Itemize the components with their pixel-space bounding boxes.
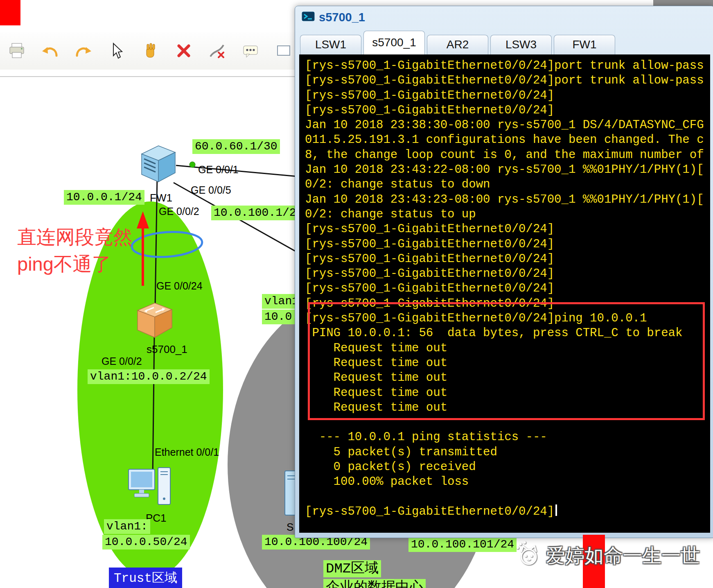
console-line: [rys-s5700_1-GigabitEthernet0/0/24] [305,88,710,103]
device-server-name-partial: S [287,521,293,534]
rectangle-icon[interactable] [273,39,295,62]
watermark: 爱婷如命一生一世 [515,541,700,570]
console-line: 0/2: change status to down [305,177,710,192]
console-line: [rys-s5700_1-GigabitEthernet0/0/24] [305,504,710,519]
terminal-titlebar[interactable]: s5700_1 [295,6,713,28]
terminal-window-title: s5700_1 [319,11,365,24]
annotation-text-line1: 直连网段竟然 [17,224,133,250]
port-up-indicator [190,162,195,167]
console-line: 011.5.25.191.3.1 configurations have bee… [305,133,710,147]
label-port-ge005: GE 0/0/5 [191,184,231,196]
device-fw1-name: FW1 [150,192,172,204]
text-cursor [555,504,557,516]
console-line: 0/2: change status to up [305,207,710,222]
screenshot-root: 60.0.60.1/30 GE 0/0/1 10.0.0.1/24 FW1 GE… [0,0,713,588]
console-output[interactable]: [rys-s5700_1-GigabitEthernet0/0/24]port … [299,54,710,533]
console-line: Request time out [305,400,710,415]
terminal-tabs: LSW1s5700_1AR2LSW3FW1 [295,28,713,54]
console-line: Request time out [305,356,710,371]
label-pc1-ip: 10.0.0.50/24 [102,535,190,550]
device-pc1-icon[interactable] [128,466,176,513]
console-line: [rys-s5700_1-GigabitEthernet0/0/24]ping … [305,311,710,326]
console-line: 5 packet(s) transmitted [305,445,710,460]
label-trust-zone: Trust区域 [109,568,182,588]
tab-LSW1[interactable]: LSW1 [300,35,361,54]
terminal-window: s5700_1 LSW1s5700_1AR2LSW3FW1 [rys-s5700… [295,6,713,538]
tab-AR2[interactable]: AR2 [427,35,488,54]
device-s5700-icon[interactable] [135,301,174,341]
annotation-text-line2: ping不通了 [17,251,111,277]
label-fw1-lan-ip: 10.0.0.1/24 [64,190,144,205]
red-corner-mark [0,0,20,25]
console-line: --- 10.0.0.1 ping statistics --- [305,430,710,445]
console-line [305,490,710,504]
comment-icon[interactable] [239,39,262,62]
console-line: [rys-s5700_1-GigabitEthernet0/0/24] [305,222,710,237]
label-port-ge002-sw: GE 0/0/2 [102,355,142,367]
console-line: [rys-s5700_1-GigabitEthernet0/0/24] [305,281,710,296]
label-pc1-vlan: vlan1: [104,519,150,534]
console-line: Jan 10 2018 23:43:22-08:00 rys-s5700_1 %… [305,163,710,177]
label-fw1-dmz-ip: 10.0.100.1/24 [211,206,305,220]
undo-icon[interactable] [39,39,61,62]
console-line: [rys-s5700_1-GigabitEthernet0/0/24] [305,252,710,267]
console-line: [rys-s5700_1-GigabitEthernet0/0/24] [305,296,710,311]
console-line [305,415,710,430]
delete-icon[interactable] [173,39,195,62]
label-port-ge002-fw: GE 0/0/2 [159,206,199,217]
console-line: Jan 10 2018 23:38:30-08:00 rys-s5700_1 D… [305,118,710,133]
label-dmz-zone: DMZ区域 [323,560,381,577]
label-dmz-zone-subtitle: 企业的数据中心 [323,579,426,588]
redo-icon[interactable] [72,39,95,62]
console-line: 8, the change loop count is 0, and the m… [305,148,710,163]
cursor-icon[interactable] [106,39,128,62]
tab-s5700_1[interactable]: s5700_1 [363,31,425,54]
console-line: Request time out [305,371,710,385]
watermark-text: 爱婷如命一生一世 [546,543,700,569]
console-line: [rys-s5700_1-GigabitEthernet0/0/24] [305,103,710,118]
tab-LSW3[interactable]: LSW3 [490,35,552,54]
console-line: Request time out [305,341,710,356]
toolbar [0,32,295,70]
label-s5700-vlan1-ip: vlan1:10.0.0.2/24 [88,369,210,384]
label-port-ge0024: GE 0/0/24 [156,280,203,292]
label-port-eth001: Ethernet 0/0/1 [155,446,219,458]
console-line: [rys-s5700_1-GigabitEthernet0/0/24]port … [305,73,710,88]
console-line: [rys-s5700_1-GigabitEthernet0/0/24] [305,237,710,252]
device-fw1-icon[interactable] [139,144,178,185]
label-port-ge001: GE 0/0/1 [198,164,239,176]
device-s5700-name: s5700_1 [147,343,187,356]
hand-icon[interactable] [139,39,161,62]
console-line: 0 packet(s) received [305,460,710,475]
label-fw1-wan-ip: 60.0.60.1/30 [192,139,280,154]
console-line: Jan 10 2018 23:43:23-08:00 rys-s5700_1 %… [305,192,710,207]
console-line: [rys-s5700_1-GigabitEthernet0/0/24]port … [305,59,710,73]
console-line: [rys-s5700_1-GigabitEthernet0/0/24] [305,267,710,281]
console-line: 100.00% packet loss [305,475,710,489]
cable-delete-icon[interactable] [206,39,228,62]
console-line: PING 10.0.0.1: 56 data bytes, press CTRL… [305,326,710,341]
printer-icon[interactable] [6,39,28,62]
label-server2-ip: 10.0.100.101/24 [408,537,517,552]
tab-FW1[interactable]: FW1 [554,35,615,54]
watermark-logo-icon [515,541,542,570]
console-line: Request time out [305,386,710,400]
terminal-window-icon [302,10,315,25]
